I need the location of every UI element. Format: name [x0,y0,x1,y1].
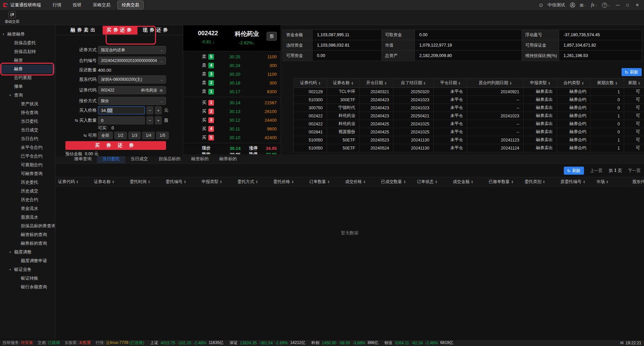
contract-row[interactable]: 002129TCL中环2024032120250320未平仓20240921融券… [294,88,644,96]
sidebar-item-担保品标的券查询[interactable]: 担保品标的券查询 [0,222,55,230]
privacy-icon[interactable]: ∅ [539,3,543,8]
ask-row[interactable]: 卖530.251100 [183,52,281,61]
orders-header-成交金额[interactable]: 成交金额▲▼ [453,177,489,186]
sidebar-item-担保品委托[interactable]: 担保品委托 [0,39,55,47]
contracts-refresh-button[interactable]: ↻ 刷新 [622,68,642,76]
sidebar-item-未平仓合约[interactable]: 未平仓合约 [0,143,55,152]
maximize-icon[interactable]: □ [626,3,630,7]
orders-header-委托类别[interactable]: 委托类别▲▼ [525,177,560,186]
sidebar-item-历史合约[interactable]: 历史合约 [0,195,55,204]
contract-row[interactable]: 510300300ETF2024042320241023未平仓--融券卖出融券合… [294,96,644,104]
menu-item-策略交易[interactable]: 策略交易 [89,1,115,9]
orders-header-市场[interactable]: 市场▲▼ [596,177,632,186]
sidebar-item-历史成交[interactable]: 历史成交 [0,187,55,195]
clear-icon[interactable]: ⊗ [159,88,163,93]
orders-header-委托编号[interactable]: 委托编号▲▼ [166,177,202,186]
holder-code-select[interactable]: 深圳A-0600930200(主) ⌄ [98,75,166,83]
qty-plus-button[interactable]: + [155,116,162,124]
bottom-tab-融券标的[interactable]: 融券标的 [214,154,242,163]
sidebar-item-银行余额查询[interactable]: 银行余额查询 [0,283,55,291]
close-icon[interactable]: ✕ [635,3,640,7]
contract-row[interactable]: 002841视源股份2024042520241025未平仓--融券卖出融券合约0… [294,128,644,136]
bid-row[interactable]: 买130.1421567 [183,98,281,107]
contracts-header-合约类型[interactable]: 合约类型▲▼ [557,78,591,88]
orders-header-订单状态[interactable]: 订单状态▲▼ [417,177,453,186]
sidebar-item-可展期合约[interactable]: 可展期合约 [0,161,55,169]
price-plus-button[interactable]: + [155,106,162,114]
sidebar-item-融券[interactable]: 融券 [0,65,55,73]
contract-row[interactable]: 51005050ETF2024052420241130未平仓20241124融券… [294,144,644,152]
contract-no-select[interactable]: 2024042300002010000000004 ⌄ [98,57,166,65]
orders-header-委托价格[interactable]: 委托价格▲▼ [273,177,309,186]
sidebar-item-已平仓合约[interactable]: 已平仓合约 [0,152,55,161]
orders-refresh-button[interactable]: ↻ 刷新 [564,167,584,175]
sidebar-item-历史委托[interactable]: 历史委托 [0,178,55,187]
contracts-header-申报类型[interactable]: 申报类型▲▼ [524,78,557,88]
ask-row[interactable]: 卖430.24300 [183,61,281,70]
prev-page-button[interactable]: 上一页 [590,168,603,174]
sidebar-item-撤单[interactable]: 撤单 [0,82,55,91]
contract-row[interactable]: 300750宁德时代2024042320241023未平仓--融券卖出融券合约0… [294,104,644,112]
orders-header-已撤单数量[interactable]: 已撤单数量▲▼ [489,177,525,186]
orders-header-原委托编号[interactable]: 原委托编号▲▼ [560,177,596,186]
mail-icon[interactable]: ✉ [620,340,624,345]
sidebar-item-额度调整申请[interactable]: 额度调整申请 [0,256,55,265]
contracts-header-应了结日期[interactable]: 应了结日期▲▼ [393,78,434,88]
orders-header-证券代码[interactable]: 证券代码▲▼ [58,177,94,186]
basic-trade-button[interactable]: 基础交易 [5,10,19,25]
sidebar-item-担保品划转[interactable]: 担保品划转 [0,47,55,56]
bid-row[interactable]: 买430.119600 [183,124,281,133]
minimize-icon[interactable]: — [615,3,621,7]
contract-row[interactable]: 002422科伦药业2024042520241025未平仓--融券卖出融券合约0… [294,120,644,128]
contracts-header-原合约到期日期[interactable]: 原合约到期日期▲▼ [467,78,524,88]
sidebar-item-当日合约[interactable]: 当日合约 [0,134,55,143]
orders-header-证券名称[interactable]: 证券名称▲▼ [94,177,130,186]
menu-item-经典交易[interactable]: 经典交易 [117,1,144,9]
contracts-header-证券代码[interactable]: 证券代码▲▼ [294,78,327,88]
orders-header-股东代码[interactable]: 股东代码▲▼ [632,177,644,186]
bid-row[interactable]: 买330.1224400 [183,116,281,124]
ask-row[interactable]: 卖330.201100 [183,70,281,78]
portion-button-1/4[interactable]: 1/4 [142,132,155,139]
security-code-input[interactable]: 002422 科伦药业 ⊗ [98,86,166,94]
sidebar-item-融资标的查询[interactable]: 融资标的查询 [0,230,55,239]
user-icon[interactable] [570,2,575,8]
sidebar-item-融资融券[interactable]: ▾融资融券 [0,30,55,39]
contracts-header-证券名称[interactable]: 证券名称▲▼ [327,78,360,88]
sidebar-item-当日成交[interactable]: 当日成交 [0,126,55,134]
price-mode-select[interactable]: 限价 ⌄ [98,97,166,105]
unit-toggle-button[interactable]: 股 [267,32,277,41]
orders-header-成交价格[interactable]: 成交价格▲▼ [345,177,381,186]
ask-row[interactable]: 卖130.176300 [183,87,281,96]
sidebar-item-查询[interactable]: ▾查询 [0,91,55,100]
portion-button-1/2[interactable]: 1/2 [114,132,127,139]
trade-tab-融券卖出[interactable]: 融券卖出 [70,27,97,33]
orders-header-委托方式[interactable]: 委托方式▲▼ [237,177,273,186]
contract-row[interactable]: 002422科伦药业2024042320250421未平仓20241023融券卖… [294,112,644,120]
formula-fx-icon[interactable]: fx⌄ [591,2,597,8]
portion-button-全部[interactable]: 全部 [98,132,113,139]
account-name[interactable]: 中信测试 [548,2,565,8]
contracts-header-展期次数[interactable]: 展期次数▲▼ [591,78,624,88]
help-icon[interactable]: ?⌄ [602,3,610,8]
submit-buy-repay-button[interactable]: 买 券 还 券 [65,141,166,150]
sidebar-item-资产状况[interactable]: 资产状况 [0,100,55,108]
sidebar-item-可融券查询[interactable]: 可融券查询 [0,169,55,178]
repay-mode-select[interactable]: 指定合约还券 ⌄ [98,46,166,54]
contracts-header-展期[interactable]: 展期▲▼ [624,78,644,88]
ask-row[interactable]: 卖230.18300 [183,78,281,87]
buy-price-input[interactable]: 34.02 [98,106,145,114]
trade-tab-买券还券[interactable]: 买券还券 [103,26,138,35]
contracts-header-开仓日期[interactable]: 开仓日期▲▼ [360,78,393,88]
portion-button-1/5[interactable]: 1/5 [156,132,169,139]
next-page-button[interactable]: 下一页 [628,168,641,174]
sidebar-item-合约展期[interactable]: 合约展期 [0,73,55,82]
orders-header-订单数量[interactable]: 订单数量▲▼ [309,177,345,186]
orders-header-申报类型[interactable]: 申报类型▲▼ [202,177,237,186]
contract-row[interactable]: 51005050ETF2024052320241130未平仓20241123融券… [294,136,644,144]
orders-header-委托时间[interactable]: 委托时间▲▼ [130,177,166,186]
sidebar-item-额度调整[interactable]: ▾额度调整 [0,248,55,256]
bid-row[interactable]: 买230.1326100 [183,107,281,116]
orders-header-已成交数量[interactable]: 已成交数量▲▼ [381,177,417,186]
sidebar-item-资金流水[interactable]: 资金流水 [0,204,55,213]
